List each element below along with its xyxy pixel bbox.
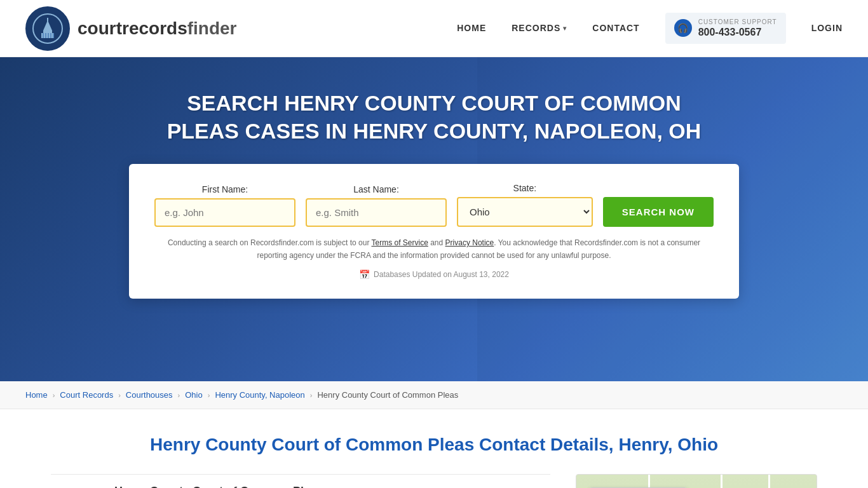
breadcrumb-home[interactable]: Home [25,390,48,400]
breadcrumb-sep-4: › [208,391,210,399]
breadcrumb-sep-1: › [53,391,55,399]
breadcrumb: Home › Court Records › Courthouses › Ohi… [0,381,868,409]
chevron-down-icon: ▾ [563,25,567,32]
logo-link[interactable]: courtrecordsfinder [25,6,457,51]
section-title: Henry County Court of Common Pleas Conta… [51,435,817,455]
svg-rect-4 [43,33,44,38]
terms-text: Conducting a search on Recordsfinder.com… [154,237,714,261]
details-layout: Court Name: Henry County Court of Common… [51,474,817,488]
nav-home[interactable]: HOME [457,23,486,33]
first-name-input[interactable] [154,198,295,227]
main-content: Henry County Court of Common Pleas Conta… [0,409,868,488]
state-field-group: State: AlabamaAlaskaArizonaArkansasCalif… [457,183,593,227]
hero-section: SEARCH HENRY COUNTY COURT OF COMMON PLEA… [0,57,868,381]
court-name-row: Court Name: Henry County Court of Common… [51,474,550,488]
last-name-field-group: Last Name: [306,184,447,227]
search-button[interactable]: SEARCH NOW [603,197,714,227]
svg-rect-5 [45,33,46,38]
svg-rect-6 [48,33,49,38]
breadcrumb-sep-5: › [310,391,313,399]
breadcrumb-sep-3: › [178,391,180,399]
court-name-value: Henry County Court of Common Pleas [114,485,323,488]
db-update: 📅 Databases Updated on August 13, 2022 [154,269,714,280]
svg-rect-8 [53,33,54,38]
nav-login[interactable]: LOGIN [811,23,843,33]
state-label: State: [457,183,593,193]
breadcrumb-sep-2: › [118,391,121,399]
site-header: courtrecordsfinder HOME RECORDS ▾ CONTAC… [0,0,868,57]
search-box: First Name: Last Name: State: AlabamaAla… [129,164,739,298]
state-select[interactable]: AlabamaAlaskaArizonaArkansasCaliforniaCo… [457,197,593,227]
main-nav: HOME RECORDS ▾ CONTACT 🎧 CUSTOMER SUPPOR… [457,13,843,44]
logo-icon [25,6,70,51]
calendar-icon: 📅 [359,269,370,280]
last-name-label: Last Name: [306,184,447,194]
nav-records[interactable]: RECORDS ▾ [512,23,567,33]
privacy-link[interactable]: Privacy Notice [445,238,494,247]
first-name-field-group: First Name: [154,184,295,227]
terms-link[interactable]: Terms of Service [372,238,428,247]
last-name-input[interactable] [306,198,447,227]
support-info: CUSTOMER SUPPORT 800-433-0567 [698,18,777,39]
breadcrumb-henry-county[interactable]: Henry County, Napoleon [215,390,304,400]
hero-content: SEARCH HENRY COUNTY COURT OF COMMON PLEA… [25,89,843,299]
map-background: 📍 Hardware store Kay's Nails [576,475,817,488]
map-area: 📍 Hardware store Kay's Nails 41°23'27.3"… [576,474,817,488]
map-road-v3 [768,475,770,488]
map-container: 📍 Hardware store Kay's Nails 41°23'27.3"… [576,474,817,488]
search-fields: First Name: Last Name: State: AlabamaAla… [154,183,714,227]
map-road-v1 [648,475,650,488]
details-left: Court Name: Henry County Court of Common… [51,474,550,488]
map-road-v2 [721,475,722,488]
breadcrumb-court-records[interactable]: Court Records [60,390,113,400]
support-box: 🎧 CUSTOMER SUPPORT 800-433-0567 [665,13,786,44]
first-name-label: First Name: [154,184,295,194]
logo-text: courtrecordsfinder [78,18,237,39]
svg-rect-3 [47,18,48,22]
breadcrumb-current: Henry County Court of Common Pleas [317,390,458,400]
headset-icon: 🎧 [674,19,692,37]
svg-rect-7 [50,33,51,38]
breadcrumb-courthouses[interactable]: Courthouses [126,390,173,400]
breadcrumb-ohio[interactable]: Ohio [185,390,202,400]
hero-title: SEARCH HENRY COUNTY COURT OF COMMON PLEA… [148,89,720,145]
nav-contact[interactable]: CONTACT [592,23,639,33]
